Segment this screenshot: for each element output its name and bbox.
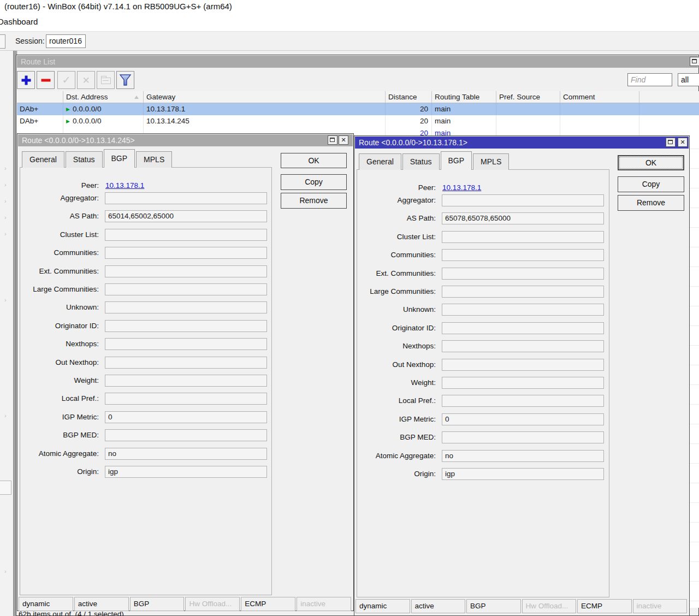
maximize-button[interactable]	[666, 138, 676, 147]
field-input[interactable]	[105, 229, 267, 241]
remove-button[interactable]: Remove	[281, 193, 347, 209]
field-input[interactable]	[442, 340, 604, 352]
close-button[interactable]	[678, 138, 688, 147]
filter-select[interactable]: all	[678, 73, 699, 86]
field-input[interactable]: no	[442, 450, 604, 462]
route-filler	[639, 115, 699, 127]
enable-button	[57, 71, 75, 89]
field-row: Origin: igp	[357, 468, 609, 480]
submenu-arrow-icon: ›	[4, 230, 10, 236]
tab[interactable]: MPLS	[473, 153, 509, 170]
add-button[interactable]	[17, 71, 35, 89]
field-input[interactable]	[105, 192, 267, 204]
route-dialog-178-1: Route <0.0.0.0/0->10.13.178.1> GeneralSt…	[354, 135, 690, 616]
dialog-titlebar[interactable]: Route <0.0.0.0/0->10.13.14.245>	[18, 134, 353, 146]
field-input[interactable]	[105, 283, 267, 295]
dialog-titlebar[interactable]: Route <0.0.0.0/0->10.13.178.1>	[355, 137, 689, 149]
field-input[interactable]	[105, 429, 267, 441]
field-label: Origin:	[20, 467, 102, 476]
maximize-button[interactable]	[328, 135, 337, 145]
field-label: Originator ID:	[20, 322, 102, 330]
column-header[interactable]: Comment	[560, 91, 639, 103]
ok-button[interactable]: OK	[618, 155, 684, 170]
find-input[interactable]	[627, 73, 672, 86]
field-input[interactable]	[442, 231, 604, 243]
field-input[interactable]	[442, 359, 604, 371]
field-input[interactable]: 0	[442, 413, 604, 425]
status-flag: ECMP	[577, 599, 632, 613]
field-input[interactable]	[442, 377, 604, 389]
remove-button[interactable]: Remove	[618, 195, 684, 211]
clipped-sidebar-button[interactable]	[0, 481, 11, 495]
tab[interactable]: General	[359, 153, 401, 170]
ok-button[interactable]: OK	[281, 153, 347, 168]
column-header[interactable]: Routing Table	[432, 91, 496, 103]
field-input[interactable]	[105, 338, 267, 350]
table-row[interactable]: DAb+ 0.0.0.0/0 10.13.14.245 20 main	[17, 115, 699, 127]
field-label: Atomic Aggregate:	[20, 449, 102, 458]
column-header[interactable]: Dst. Address	[63, 91, 144, 103]
field-input[interactable]	[442, 194, 604, 206]
filter-button[interactable]	[116, 71, 134, 89]
field-row: Cluster List:	[357, 231, 609, 243]
field-input[interactable]	[105, 301, 267, 313]
session-input[interactable]: router016	[46, 34, 86, 48]
field-input[interactable]	[442, 268, 604, 280]
field-label: Communities:	[20, 248, 102, 257]
route-flags: DAb+	[17, 103, 63, 115]
column-header[interactable]: Distance	[386, 91, 432, 103]
field-input[interactable]	[442, 304, 604, 316]
column-header[interactable]: Pref. Source	[496, 91, 560, 103]
field-input[interactable]: 65078,65078,65000	[442, 212, 604, 224]
field-input[interactable]	[442, 431, 604, 443]
field-input[interactable]	[442, 395, 604, 407]
tab[interactable]: Status	[402, 153, 440, 170]
tab[interactable]: BGP	[104, 149, 135, 168]
column-header[interactable]	[17, 91, 63, 103]
field-label: IGP Metric:	[20, 413, 102, 421]
status-flag: ECMP	[241, 597, 295, 611]
tab[interactable]: General	[22, 151, 64, 168]
field-row: Aggregator:	[20, 192, 271, 204]
copy-button[interactable]: Copy	[281, 174, 347, 190]
peer-link[interactable]: 10.13.178.1	[105, 181, 144, 189]
tab[interactable]: BGP	[441, 151, 472, 170]
menu-dashboard[interactable]: Dashboard	[0, 17, 38, 26]
field-input[interactable]: 0	[105, 411, 267, 423]
dialog-status-flags: dynamicactiveBGPHw Offload...ECMPinactiv…	[356, 599, 688, 613]
field-input[interactable]	[105, 320, 267, 332]
route-list-titlebar[interactable]: Route List	[17, 56, 698, 68]
field-input[interactable]	[105, 265, 267, 277]
field-input[interactable]	[442, 249, 604, 261]
field-row: Cluster List:	[20, 229, 271, 241]
field-input[interactable]	[105, 247, 267, 259]
field-label: Atomic Aggregate:	[357, 452, 439, 460]
field-input[interactable]	[442, 286, 604, 298]
field-input[interactable]	[442, 322, 604, 334]
column-header[interactable]	[639, 91, 699, 103]
field-input[interactable]: igp	[105, 466, 267, 478]
status-flag: active	[74, 597, 129, 611]
maximize-button[interactable]	[690, 57, 699, 66]
field-row: Local Pref.:	[357, 395, 609, 407]
peer-link[interactable]: 10.13.178.1	[442, 183, 481, 192]
clipped-toolbar-button[interactable]	[0, 34, 5, 49]
field-input[interactable]: igp	[442, 468, 604, 480]
field-label: Unknown:	[20, 303, 102, 311]
table-row[interactable]: DAb+ 0.0.0.0/0 10.13.178.1 20 main	[17, 103, 699, 115]
field-label: Weight:	[357, 378, 439, 387]
tab[interactable]: Status	[66, 151, 103, 168]
remove-button[interactable]	[37, 71, 55, 89]
copy-button[interactable]: Copy	[618, 176, 684, 192]
status-flag: Hw Offload...	[185, 597, 240, 611]
field-input[interactable]: no	[105, 448, 267, 460]
column-header[interactable]: Gateway	[144, 91, 386, 103]
tab[interactable]: MPLS	[136, 151, 172, 168]
field-input[interactable]	[105, 357, 267, 369]
close-button[interactable]	[339, 135, 348, 145]
route-table: main	[432, 115, 496, 127]
field-input[interactable]: 65014,65002,65000	[105, 210, 267, 222]
field-input[interactable]	[105, 375, 267, 387]
filter-icon	[117, 72, 134, 88]
field-input[interactable]	[105, 393, 267, 405]
